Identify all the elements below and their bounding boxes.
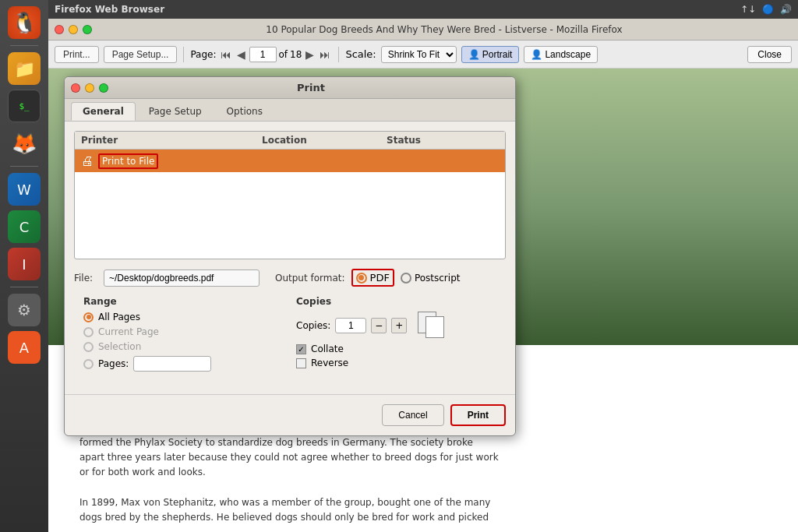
all-pages-radio[interactable] <box>83 312 94 322</box>
taskbar-icon-settings[interactable]: ⚙ <box>8 294 41 326</box>
page-label: Page: <box>190 49 216 60</box>
reverse-row: Reverse <box>296 358 496 368</box>
col-status: Status <box>380 132 505 149</box>
portrait-button[interactable]: 👤 Portrait <box>461 46 520 63</box>
dialog-bottom: Range All Pages Current Page Selection <box>74 296 506 375</box>
dialog-titlebar: Print <box>65 77 515 99</box>
portrait-icon: 👤 <box>468 49 480 60</box>
current-page-radio[interactable] <box>83 327 94 337</box>
all-pages-label: All Pages <box>98 312 140 322</box>
window-maximize-btn[interactable] <box>83 25 92 34</box>
dialog-title: Print <box>113 82 509 93</box>
dialog-close-btn[interactable] <box>71 83 80 93</box>
last-page-btn[interactable]: ⏭ <box>318 48 332 61</box>
firefox-window-title: 10 Popular Dog Breeds And Why They Were … <box>97 24 792 35</box>
pages-radio[interactable] <box>83 359 94 369</box>
print-toolbar: Print... Page Setup... Page: ⏮ ◀ of 18 ▶… <box>48 41 798 69</box>
prev-page-btn[interactable]: ◀ <box>235 48 247 61</box>
printer-list-body: 🖨 Print to File <box>75 150 505 259</box>
file-output-row: File: Output format: PDF Postscript <box>74 269 506 287</box>
taskbar-separator-3 <box>10 287 38 287</box>
page-of-label: of <box>279 49 288 60</box>
file-path-input[interactable] <box>104 270 260 287</box>
dialog-buttons: Cancel Print <box>65 394 515 435</box>
dialog-content: Printer Location Status 🖨 Print to File <box>65 122 515 385</box>
pdf-radio-box: PDF <box>351 269 394 287</box>
tab-page-setup[interactable]: Page Setup <box>137 102 214 121</box>
taskbar-icon-files[interactable]: 📁 <box>8 52 41 85</box>
collate-checkbox[interactable]: ✓ <box>296 344 306 354</box>
pdf-label: PDF <box>370 272 390 284</box>
copies-increment-btn[interactable]: + <box>391 318 407 333</box>
taskbar-icon-calc[interactable]: C <box>8 210 41 243</box>
page-navigation: Page: ⏮ ◀ of 18 ▶ ⏭ <box>190 47 332 62</box>
bluetooth-icon: 🔵 <box>762 4 774 15</box>
pages-range-input[interactable] <box>133 356 211 372</box>
reverse-label: Reverse <box>311 358 348 368</box>
all-pages-option[interactable]: All Pages <box>83 312 284 322</box>
copies-decrement-btn[interactable]: − <box>371 318 387 333</box>
article-para-9: dogs bred by the shepherds. He believed … <box>79 510 767 525</box>
taskbar-icon-writer[interactable]: W <box>8 173 41 206</box>
article-para-8: In 1899, Max von Stephanitz, who was a m… <box>79 495 767 510</box>
scale-select[interactable]: Shrink To Fit <box>381 46 457 63</box>
cancel-button[interactable]: Cancel <box>382 404 443 426</box>
col-printer: Printer <box>75 132 256 149</box>
top-bar-right: ↑↓ 🔵 🔊 <box>740 4 792 15</box>
copies-section: Copies Copies: − + ✓ <box>296 296 496 375</box>
copies-count-row: Copies: − + <box>296 312 496 340</box>
article-para-5: formed the Phylax Society to standardize… <box>79 435 767 450</box>
portrait-label: Portrait <box>482 49 513 60</box>
postscript-label: Postscript <box>415 273 461 284</box>
current-page-option[interactable]: Current Page <box>83 326 284 337</box>
landscape-label: Landscape <box>545 49 591 60</box>
tab-options[interactable]: Options <box>215 102 274 121</box>
taskbar-icon-impress[interactable]: I <box>8 248 41 280</box>
first-page-btn[interactable]: ⏮ <box>219 48 233 61</box>
taskbar-icon-updates[interactable]: A <box>8 331 41 364</box>
pdf-radio-button[interactable] <box>356 273 367 284</box>
top-status-bar: Firefox Web Browser ↑↓ 🔵 🔊 <box>48 0 798 19</box>
reverse-checkbox[interactable] <box>296 358 306 368</box>
network-icon: ↑↓ <box>740 4 756 15</box>
taskbar-separator-2 <box>10 166 38 167</box>
printer-name-highlight: Print to File <box>98 153 158 169</box>
taskbar-icon-firefox[interactable]: 🦊 <box>8 127 41 160</box>
range-title: Range <box>83 296 284 307</box>
printer-row-print-to-file[interactable]: 🖨 Print to File <box>75 150 505 172</box>
window-close-btn[interactable] <box>55 25 64 34</box>
volume-icon: 🔊 <box>780 4 792 15</box>
toolbar-separator <box>183 47 184 62</box>
copies-icon <box>418 312 446 340</box>
page-number-input[interactable] <box>249 47 277 62</box>
firefox-titlebar: 10 Popular Dog Breeds And Why They Were … <box>48 19 798 41</box>
next-page-btn[interactable]: ▶ <box>304 48 316 61</box>
copies-input[interactable] <box>335 318 366 333</box>
current-page-label: Current Page <box>98 326 159 337</box>
pages-option[interactable]: Pages: <box>83 356 284 372</box>
file-label: File: <box>74 273 97 284</box>
print-button[interactable]: Print... <box>55 46 99 63</box>
print-dialog-button[interactable]: Print <box>450 404 506 426</box>
main-content-area: rman Shepherds ed several dogs to create… <box>48 69 798 532</box>
range-section: Range All Pages Current Page Selection <box>83 296 284 375</box>
landscape-button[interactable]: 👤 Landscape <box>524 46 598 63</box>
postscript-radio-button[interactable] <box>401 273 411 284</box>
page-setup-button[interactable]: Page Setup... <box>104 46 178 63</box>
article-para-6: apart three years later because they cou… <box>79 450 767 465</box>
selection-radio[interactable] <box>83 342 94 352</box>
taskbar-icon-ubuntu[interactable]: 🐧 <box>8 6 41 39</box>
dialog-minimize-btn[interactable] <box>85 83 94 93</box>
collate-label: Collate <box>311 344 344 354</box>
selection-option[interactable]: Selection <box>83 341 284 352</box>
tab-general[interactable]: General <box>71 102 136 121</box>
taskbar-icon-terminal[interactable]: $_ <box>8 90 41 122</box>
printer-name: Print to File <box>98 156 158 167</box>
toolbar-separator-2 <box>338 47 339 62</box>
postscript-radio-item[interactable]: Postscript <box>401 273 461 284</box>
copies-title: Copies <box>296 296 496 307</box>
window-minimize-btn[interactable] <box>69 25 78 34</box>
output-format-label: Output format: <box>275 273 345 284</box>
preview-close-button[interactable]: Close <box>747 46 792 63</box>
dialog-maximize-btn[interactable] <box>99 83 108 93</box>
